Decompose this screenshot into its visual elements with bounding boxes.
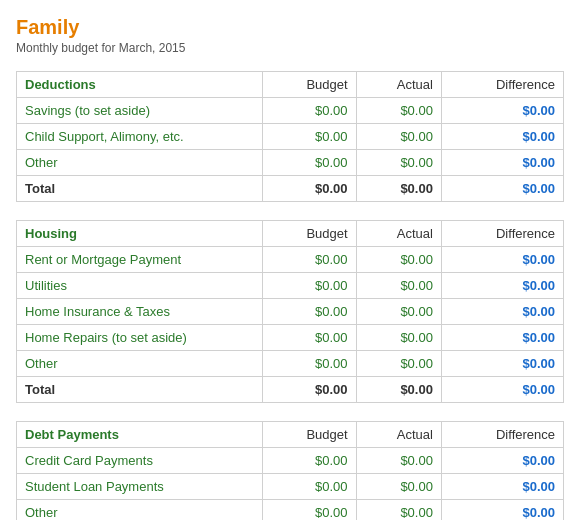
total-label: Total — [17, 377, 263, 403]
section-name-2: Debt Payments — [17, 422, 263, 448]
row-label: Student Loan Payments — [17, 474, 263, 500]
row-label: Child Support, Alimony, etc. — [17, 124, 263, 150]
row-actual: $0.00 — [356, 273, 441, 299]
table-row: Savings (to set aside)$0.00$0.00$0.00 — [17, 98, 564, 124]
row-actual: $0.00 — [356, 247, 441, 273]
row-budget: $0.00 — [263, 273, 356, 299]
page-title: Family — [16, 16, 564, 39]
row-label: Utilities — [17, 273, 263, 299]
col-header-2: Difference — [441, 72, 563, 98]
row-difference: $0.00 — [441, 448, 563, 474]
total-actual: $0.00 — [356, 377, 441, 403]
table-row: Other$0.00$0.00$0.00 — [17, 351, 564, 377]
row-label: Home Insurance & Taxes — [17, 299, 263, 325]
section-table-2: Debt PaymentsBudgetActualDifferenceCredi… — [16, 421, 564, 520]
row-label: Home Repairs (to set aside) — [17, 325, 263, 351]
row-budget: $0.00 — [263, 351, 356, 377]
row-difference: $0.00 — [441, 273, 563, 299]
table-row: Rent or Mortgage Payment$0.00$0.00$0.00 — [17, 247, 564, 273]
row-actual: $0.00 — [356, 124, 441, 150]
section-table-1: HousingBudgetActualDifferenceRent or Mor… — [16, 220, 564, 403]
row-label: Other — [17, 150, 263, 176]
table-row: Other$0.00$0.00$0.00 — [17, 150, 564, 176]
table-row: Utilities$0.00$0.00$0.00 — [17, 273, 564, 299]
col-header-1: Actual — [356, 422, 441, 448]
total-label: Total — [17, 176, 263, 202]
row-difference: $0.00 — [441, 98, 563, 124]
row-label: Rent or Mortgage Payment — [17, 247, 263, 273]
row-difference: $0.00 — [441, 351, 563, 377]
col-header-1: Actual — [356, 221, 441, 247]
subtitle: Monthly budget for March, 2015 — [16, 41, 564, 55]
col-header-2: Difference — [441, 221, 563, 247]
row-label: Credit Card Payments — [17, 448, 263, 474]
row-label: Other — [17, 500, 263, 521]
total-actual: $0.00 — [356, 176, 441, 202]
col-header-1: Actual — [356, 72, 441, 98]
table-row: Home Repairs (to set aside)$0.00$0.00$0.… — [17, 325, 564, 351]
row-difference: $0.00 — [441, 150, 563, 176]
col-header-0: Budget — [263, 422, 356, 448]
row-budget: $0.00 — [263, 124, 356, 150]
section-name-0: Deductions — [17, 72, 263, 98]
row-budget: $0.00 — [263, 325, 356, 351]
section-name-1: Housing — [17, 221, 263, 247]
total-row: Total$0.00$0.00$0.00 — [17, 377, 564, 403]
row-label: Savings (to set aside) — [17, 98, 263, 124]
row-budget: $0.00 — [263, 247, 356, 273]
row-difference: $0.00 — [441, 299, 563, 325]
row-difference: $0.00 — [441, 325, 563, 351]
table-row: Home Insurance & Taxes$0.00$0.00$0.00 — [17, 299, 564, 325]
total-budget: $0.00 — [263, 176, 356, 202]
table-row: Child Support, Alimony, etc.$0.00$0.00$0… — [17, 124, 564, 150]
col-header-0: Budget — [263, 221, 356, 247]
row-difference: $0.00 — [441, 474, 563, 500]
table-row: Student Loan Payments$0.00$0.00$0.00 — [17, 474, 564, 500]
row-difference: $0.00 — [441, 500, 563, 521]
row-actual: $0.00 — [356, 98, 441, 124]
row-budget: $0.00 — [263, 299, 356, 325]
total-budget: $0.00 — [263, 377, 356, 403]
section-table-0: DeductionsBudgetActualDifferenceSavings … — [16, 71, 564, 202]
row-budget: $0.00 — [263, 150, 356, 176]
row-actual: $0.00 — [356, 325, 441, 351]
row-actual: $0.00 — [356, 448, 441, 474]
col-header-0: Budget — [263, 72, 356, 98]
row-budget: $0.00 — [263, 98, 356, 124]
row-budget: $0.00 — [263, 474, 356, 500]
col-header-2: Difference — [441, 422, 563, 448]
row-actual: $0.00 — [356, 150, 441, 176]
row-actual: $0.00 — [356, 474, 441, 500]
row-budget: $0.00 — [263, 448, 356, 474]
total-row: Total$0.00$0.00$0.00 — [17, 176, 564, 202]
table-row: Other$0.00$0.00$0.00 — [17, 500, 564, 521]
row-label: Other — [17, 351, 263, 377]
row-actual: $0.00 — [356, 351, 441, 377]
table-row: Credit Card Payments$0.00$0.00$0.00 — [17, 448, 564, 474]
row-difference: $0.00 — [441, 124, 563, 150]
total-difference: $0.00 — [441, 176, 563, 202]
row-budget: $0.00 — [263, 500, 356, 521]
row-difference: $0.00 — [441, 247, 563, 273]
row-actual: $0.00 — [356, 500, 441, 521]
row-actual: $0.00 — [356, 299, 441, 325]
total-difference: $0.00 — [441, 377, 563, 403]
